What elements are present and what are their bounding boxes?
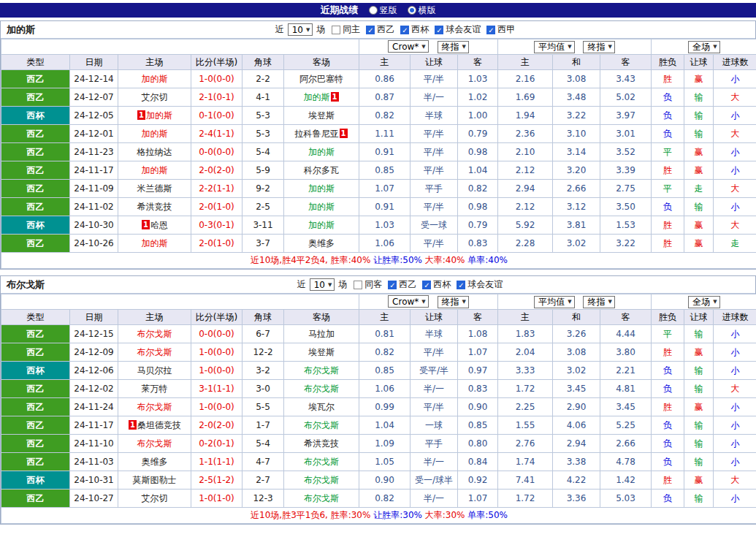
team-link[interactable]: 艾尔切 (142, 493, 168, 503)
final-index-select[interactable]: 终指▼ (438, 296, 469, 308)
team-link[interactable]: 加的斯 (142, 165, 168, 175)
home-team-cell[interactable]: 艾尔切 (118, 88, 191, 107)
recent-count-select[interactable]: 10 ▼ (310, 278, 335, 291)
filter-option[interactable]: 西甲 (486, 23, 515, 36)
bookmaker-select[interactable]: Crow*▼ (388, 295, 429, 308)
recent-count-select[interactable]: 10 ▼ (288, 23, 313, 36)
team-link[interactable]: 桑坦德竞技 (137, 420, 181, 430)
checkbox-icon[interactable] (435, 26, 443, 34)
final-index-select[interactable]: 终指▼ (438, 41, 469, 53)
away-team-cell[interactable]: 加的斯 (284, 198, 359, 216)
away-team-cell[interactable]: 加的斯 (284, 216, 359, 235)
team-link[interactable]: 加的斯 (142, 129, 168, 139)
team-link[interactable]: 加的斯 (142, 74, 168, 84)
checkbox-icon[interactable] (332, 26, 340, 34)
team-link[interactable]: 莱万特 (142, 384, 168, 394)
team-link[interactable]: 希洪竞技 (304, 438, 339, 449)
away-team-cell[interactable]: 埃登斯 (284, 343, 359, 362)
team-link[interactable]: 加的斯 (308, 220, 335, 230)
away-team-cell[interactable]: 布尔戈斯 (284, 362, 359, 380)
filter-option[interactable]: 同客 (354, 278, 382, 291)
team-link[interactable]: 布尔戈斯 (137, 438, 172, 449)
away-team-cell[interactable]: 布尔戈斯 (284, 490, 359, 508)
home-team-cell[interactable]: 加的斯 (118, 235, 191, 253)
team-link[interactable]: 格拉纳达 (137, 147, 172, 157)
final-index-select[interactable]: 终指▼ (583, 296, 614, 308)
checkbox-icon[interactable] (400, 26, 409, 34)
team-link[interactable]: 加的斯 (308, 183, 335, 194)
away-team-cell[interactable]: 布尔戈斯 (284, 380, 359, 398)
home-team-cell[interactable]: 希洪竞技 (118, 198, 191, 216)
team-link[interactable]: 布尔戈斯 (304, 493, 339, 503)
team-link[interactable]: 米兰德斯 (137, 183, 172, 194)
team-link[interactable]: 布尔戈斯 (304, 384, 339, 394)
away-team-cell[interactable]: 布尔戈斯 (284, 453, 359, 471)
team-link[interactable]: 布尔戈斯 (304, 457, 339, 467)
team-link[interactable]: 艾尔切 (142, 92, 168, 102)
home-team-cell[interactable]: 布尔戈斯 (118, 435, 191, 453)
checkbox-icon[interactable] (366, 26, 375, 34)
home-team-cell[interactable]: 布尔戈斯 (118, 398, 191, 416)
team-link[interactable]: 加的斯 (142, 238, 168, 248)
home-team-cell[interactable]: 马贝尔拉 (118, 362, 191, 380)
layout-radio-horizontal[interactable]: 横版 (408, 4, 436, 17)
home-team-cell[interactable]: 加的斯 (118, 70, 191, 88)
team-link[interactable]: 布尔戈斯 (137, 329, 172, 339)
home-team-cell[interactable]: 加的斯 (118, 161, 191, 180)
away-team-cell[interactable]: 布尔戈斯 (284, 471, 359, 490)
team-link[interactable]: 布尔戈斯 (137, 402, 172, 412)
home-team-cell[interactable]: 1加的斯 (118, 107, 191, 125)
team-link[interactable]: 埃登斯 (308, 347, 335, 357)
team-link[interactable]: 布尔戈斯 (304, 365, 339, 376)
team-link[interactable]: 莫斯图勒士 (133, 475, 177, 485)
team-link[interactable]: 奥维多 (308, 238, 335, 248)
team-link[interactable]: 拉科鲁尼亚 (295, 129, 339, 139)
checkbox-icon[interactable] (388, 281, 397, 289)
away-team-cell[interactable]: 拉科鲁尼亚1 (284, 125, 359, 143)
team-link[interactable]: 布尔戈斯 (137, 347, 172, 357)
away-team-cell[interactable]: 马拉加 (284, 325, 359, 343)
home-team-cell[interactable]: 艾尔切 (118, 490, 191, 508)
home-team-cell[interactable]: 莫斯图勒士 (118, 471, 191, 490)
away-team-cell[interactable]: 加的斯 (284, 143, 359, 161)
home-team-cell[interactable]: 奥维多 (118, 453, 191, 471)
home-team-cell[interactable]: 加的斯 (118, 125, 191, 143)
team-link[interactable]: 加的斯 (308, 202, 335, 212)
team-link[interactable]: 埃登斯 (308, 110, 335, 121)
full-match-select[interactable]: 全场▼ (688, 296, 719, 308)
bookmaker-select[interactable]: Crow*▼ (388, 40, 429, 53)
away-team-cell[interactable]: 阿尔巴塞特 (284, 70, 359, 88)
team-link[interactable]: 加的斯 (308, 147, 335, 157)
team-link[interactable]: 阿尔巴塞特 (299, 74, 343, 84)
filter-option[interactable]: 同主 (332, 23, 360, 36)
layout-radio-vertical[interactable]: 竖版 (369, 4, 397, 17)
team-link[interactable]: 科尔多瓦 (304, 165, 339, 175)
team-link[interactable]: 加的斯 (146, 110, 172, 121)
home-team-cell[interactable]: 布尔戈斯 (118, 343, 191, 362)
team-link[interactable]: 哈恩 (150, 220, 168, 230)
checkbox-icon[interactable] (457, 281, 465, 289)
away-team-cell[interactable]: 加的斯 (284, 180, 359, 198)
team-link[interactable]: 加的斯 (304, 92, 330, 102)
filter-option[interactable]: 西乙 (388, 278, 416, 291)
team-link[interactable]: 布尔戈斯 (304, 420, 339, 430)
filter-option[interactable]: 西杯 (400, 23, 429, 36)
away-team-cell[interactable]: 埃瓦尔 (284, 398, 359, 416)
full-match-select[interactable]: 全场▼ (688, 41, 719, 53)
filter-option[interactable]: 西杯 (422, 278, 451, 291)
filter-option[interactable]: 西乙 (366, 23, 394, 36)
checkbox-icon[interactable] (354, 281, 362, 289)
team-link[interactable]: 埃瓦尔 (308, 402, 335, 412)
home-team-cell[interactable]: 1桑坦德竞技 (118, 416, 191, 435)
team-link[interactable]: 希洪竞技 (137, 202, 172, 212)
team-link[interactable]: 奥维多 (142, 457, 168, 467)
checkbox-icon[interactable] (422, 281, 431, 289)
away-team-cell[interactable]: 布尔戈斯 (284, 416, 359, 435)
radio-icon[interactable] (369, 6, 378, 15)
away-team-cell[interactable]: 加的斯1 (284, 88, 359, 107)
checkbox-icon[interactable] (486, 26, 495, 34)
team-link[interactable]: 布尔戈斯 (304, 475, 339, 485)
filter-option[interactable]: 球会友谊 (457, 278, 503, 291)
home-team-cell[interactable]: 格拉纳达 (118, 143, 191, 161)
home-team-cell[interactable]: 米兰德斯 (118, 180, 191, 198)
